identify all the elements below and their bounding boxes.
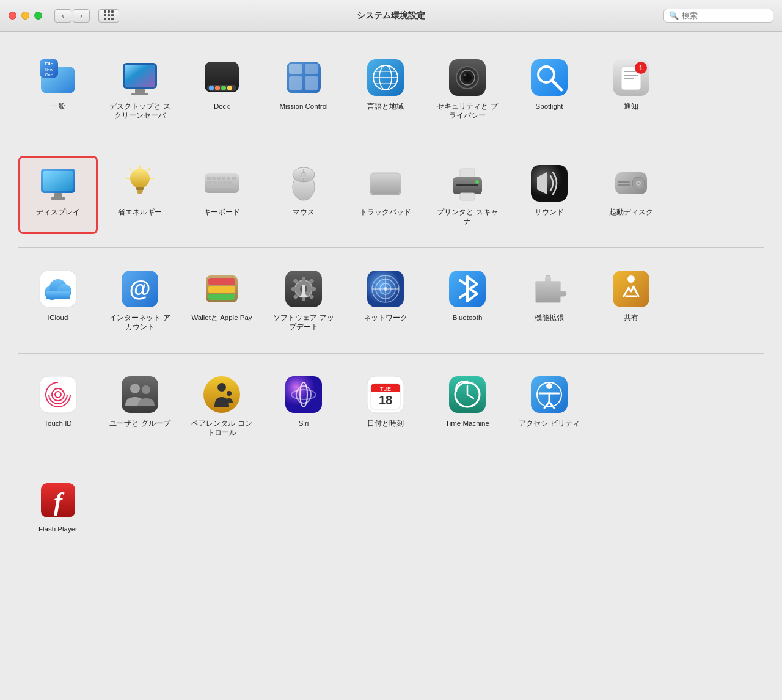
pref-item-notification[interactable]: 1 通知: [591, 50, 671, 128]
pref-label-mouse: マウス: [293, 208, 315, 217]
pref-icon-timemachine: [448, 375, 487, 414]
divider-4: [18, 459, 764, 459]
pref-icon-parental: [202, 375, 241, 414]
pref-item-keyboard[interactable]: キーボード: [182, 156, 261, 234]
pref-icon-touchid: [38, 375, 78, 414]
minimize-button[interactable]: [21, 12, 29, 20]
show-all-button[interactable]: [98, 9, 119, 23]
svg-line-53: [130, 169, 131, 170]
pref-label-mission: Mission Control: [279, 102, 327, 111]
pref-label-security: セキュリティと プライバシー: [434, 102, 500, 120]
svg-rect-68: [207, 185, 214, 188]
pref-item-display[interactable]: ディスプレイ: [18, 156, 98, 234]
svg-rect-13: [209, 86, 214, 90]
pref-item-network[interactable]: ネットワーク: [346, 261, 425, 340]
pref-label-sound: サウンド: [535, 208, 564, 217]
pref-item-flashplayer[interactable]: f Flash Player: [18, 473, 98, 542]
pref-item-wallet[interactable]: Walletと Apple Pay: [182, 261, 261, 340]
pref-item-spotlight[interactable]: Spotlight: [510, 50, 589, 128]
svg-rect-16: [227, 86, 232, 90]
system-section: Touch ID: [18, 361, 764, 451]
pref-label-keyboard: キーボード: [203, 208, 240, 217]
svg-rect-105: [291, 287, 296, 291]
pref-item-trackpad[interactable]: トラックパッド: [346, 156, 425, 234]
svg-rect-19: [305, 64, 318, 74]
pref-item-touchid[interactable]: Touch ID: [18, 367, 98, 445]
svg-point-86: [638, 182, 640, 184]
pref-label-desktop: デスクトップと スクリーンセーバ: [107, 102, 173, 120]
pref-item-softupdate[interactable]: ソフトウェア アップデート: [264, 261, 343, 340]
svg-rect-45: [54, 193, 62, 198]
pref-icon-sound: [530, 164, 569, 203]
svg-rect-15: [221, 86, 226, 90]
pref-item-parental[interactable]: ペアレンタル コントロール: [182, 367, 261, 445]
svg-text:One: One: [45, 73, 53, 77]
pref-item-dock[interactable]: Dock: [182, 50, 261, 128]
close-button[interactable]: [9, 12, 16, 20]
pref-label-filenewone: 一般: [51, 102, 65, 111]
search-input[interactable]: [682, 11, 767, 20]
pref-item-bluetooth[interactable]: Bluetooth: [428, 261, 507, 340]
pref-item-energy[interactable]: 省エネルギー: [100, 156, 180, 234]
svg-point-132: [142, 385, 150, 394]
pref-icon-dock: [202, 58, 241, 97]
pref-label-bluetooth: Bluetooth: [453, 313, 483, 323]
pref-item-mouse[interactable]: マウス: [264, 156, 343, 234]
svg-text:18: 18: [379, 393, 392, 407]
pref-icon-trackpad: [366, 164, 405, 203]
pref-label-network: ネットワーク: [364, 313, 407, 323]
pref-item-language[interactable]: 言語と地域: [346, 50, 425, 128]
pref-label-trackpad: トラックパッド: [360, 208, 411, 217]
search-box[interactable]: 🔍: [663, 9, 773, 23]
pref-item-internet[interactable]: @ インターネット アカウント: [100, 261, 180, 340]
svg-rect-60: [222, 177, 225, 180]
pref-icon-users: [120, 375, 159, 414]
pref-icon-energy: [120, 164, 159, 203]
pref-label-internet: インターネット アカウント: [107, 313, 173, 332]
pref-icon-security: [448, 58, 487, 97]
system-grid: Touch ID: [18, 361, 764, 451]
svg-text:File: File: [45, 61, 53, 67]
svg-rect-80: [460, 193, 475, 200]
hardware-grid: ディスプレイ: [18, 150, 764, 240]
svg-rect-57: [207, 177, 211, 180]
search-icon: 🔍: [669, 11, 679, 20]
svg-rect-103: [302, 277, 305, 282]
pref-item-accessibility[interactable]: アクセシ ビリティ: [510, 367, 589, 445]
pref-item-icloud[interactable]: iCloud: [18, 261, 98, 340]
grid-icon: [104, 10, 114, 21]
traffic-lights: [9, 12, 42, 20]
pref-item-sound[interactable]: サウンド: [510, 156, 589, 234]
pref-item-datetime[interactable]: 18 TUE 日付と時刻: [346, 367, 425, 445]
pref-icon-desktop: [120, 58, 159, 97]
pref-icon-sharing: [612, 269, 651, 308]
pref-item-mission[interactable]: Mission Control: [264, 50, 343, 128]
svg-point-81: [475, 180, 479, 184]
maximize-button[interactable]: [34, 12, 42, 20]
pref-item-extensions[interactable]: 機能拡張: [510, 261, 589, 340]
pref-label-wallet: Walletと Apple Pay: [191, 313, 252, 323]
svg-text:New: New: [45, 68, 54, 72]
pref-item-timemachine[interactable]: Time Machine: [428, 367, 507, 445]
pref-item-filenewone[interactable]: File New One 一般: [18, 50, 98, 128]
pref-item-security[interactable]: セキュリティと プライバシー: [428, 50, 507, 128]
pref-item-printer[interactable]: プリンタと スキャナ: [428, 156, 507, 234]
svg-rect-20: [289, 76, 302, 90]
pref-icon-bluetooth: [448, 269, 487, 308]
pref-item-sharing[interactable]: 共有: [591, 261, 671, 340]
pref-item-startup[interactable]: 起動ディスク: [591, 156, 671, 234]
svg-rect-21: [305, 76, 318, 90]
pref-label-parental: ペアレンタル コントロール: [189, 419, 255, 437]
pref-item-desktop[interactable]: デスクトップと スクリーンセーバ: [100, 50, 180, 128]
svg-rect-14: [215, 86, 220, 90]
pref-item-users[interactable]: ユーザと グループ: [100, 367, 180, 445]
svg-point-32: [464, 74, 466, 76]
back-button[interactable]: ‹: [54, 9, 71, 23]
svg-text:@: @: [129, 276, 150, 301]
main-content: File New One 一般: [0, 32, 782, 700]
forward-button[interactable]: ›: [73, 9, 90, 23]
pref-item-siri[interactable]: Siri: [264, 367, 343, 445]
svg-rect-67: [228, 181, 232, 184]
svg-rect-112: [302, 285, 305, 294]
pref-icon-keyboard: [202, 164, 241, 203]
